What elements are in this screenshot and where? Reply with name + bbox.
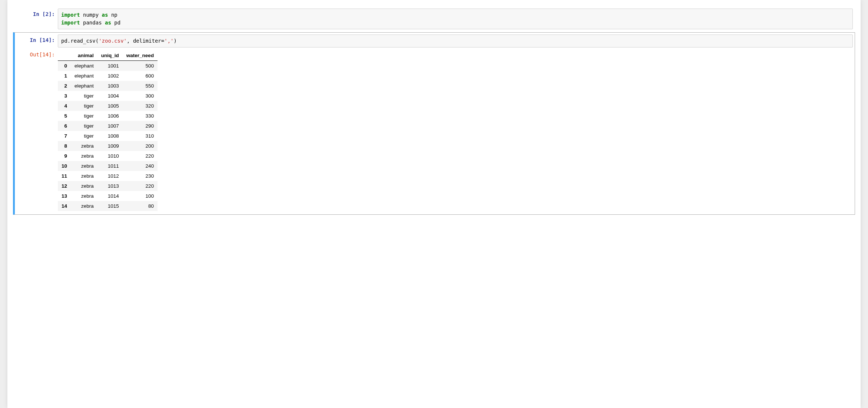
code-cell-1[interactable]: In [2]: import numpy as np import pandas… (13, 6, 855, 32)
df-row-index: 5 (58, 111, 71, 121)
df-row-index: 11 (58, 171, 71, 181)
output-area-2: animaluniq_idwater_need 0elephant1001500… (58, 49, 853, 213)
df-cell: 330 (123, 111, 158, 121)
df-cell: 1001 (97, 61, 123, 71)
df-cell: 1003 (97, 81, 123, 91)
df-cell: tiger (71, 131, 97, 141)
df-cell: elephant (71, 61, 97, 71)
df-cell: 1004 (97, 91, 123, 101)
df-cell: 230 (123, 171, 158, 181)
df-cell: 80 (123, 201, 158, 211)
df-cell: elephant (71, 71, 97, 81)
table-row: 12zebra1013220 (58, 181, 158, 191)
table-row: 1elephant1002600 (58, 71, 158, 81)
input-prompt-1: In [2]: (15, 9, 58, 18)
df-cell: 310 (123, 131, 158, 141)
df-cell: zebra (71, 171, 97, 181)
df-column-header: animal (71, 50, 97, 61)
code-input-1[interactable]: import numpy as np import pandas as pd (58, 9, 853, 29)
table-row: 9zebra1010220 (58, 151, 158, 161)
df-cell: 290 (123, 121, 158, 131)
df-row-index: 12 (58, 181, 71, 191)
df-cell: 500 (123, 61, 158, 71)
df-cell: 1013 (97, 181, 123, 191)
df-cell: 240 (123, 161, 158, 171)
df-row-index: 7 (58, 131, 71, 141)
df-row-index: 14 (58, 201, 71, 211)
table-row: 8zebra1009200 (58, 141, 158, 151)
df-cell: 1007 (97, 121, 123, 131)
table-row: 6tiger1007290 (58, 121, 158, 131)
df-cell: zebra (71, 151, 97, 161)
df-column-header: uniq_id (97, 50, 123, 61)
df-row-index: 0 (58, 61, 71, 71)
df-cell: 300 (123, 91, 158, 101)
df-cell: 1010 (97, 151, 123, 161)
df-cell: 550 (123, 81, 158, 91)
table-row: 2elephant1003550 (58, 81, 158, 91)
df-row-index: 9 (58, 151, 71, 161)
code-cell-2[interactable]: In [14]: pd.read_csv('zoo.csv', delimite… (13, 32, 855, 215)
df-cell: zebra (71, 201, 97, 211)
table-row: 14zebra101580 (58, 201, 158, 211)
output-prompt-2: Out[14]: (15, 49, 58, 59)
df-row-index: 2 (58, 81, 71, 91)
table-row: 4tiger1005320 (58, 101, 158, 111)
df-cell: tiger (71, 91, 97, 101)
input-prompt-2: In [14]: (15, 34, 58, 44)
df-cell: 320 (123, 101, 158, 111)
df-cell: zebra (71, 191, 97, 201)
table-row: 13zebra1014100 (58, 191, 158, 201)
df-row-index: 3 (58, 91, 71, 101)
df-cell: 1006 (97, 111, 123, 121)
df-cell: elephant (71, 81, 97, 91)
df-cell: tiger (71, 111, 97, 121)
df-cell: 220 (123, 151, 158, 161)
df-cell: 1015 (97, 201, 123, 211)
df-cell: 1005 (97, 101, 123, 111)
table-row: 5tiger1006330 (58, 111, 158, 121)
df-cell: zebra (71, 141, 97, 151)
df-cell: 100 (123, 191, 158, 201)
df-cell: 200 (123, 141, 158, 151)
df-row-index: 8 (58, 141, 71, 151)
df-cell: 1009 (97, 141, 123, 151)
df-cell: 1002 (97, 71, 123, 81)
df-cell: 600 (123, 71, 158, 81)
df-index-header (58, 50, 71, 61)
df-cell: tiger (71, 101, 97, 111)
df-cell: zebra (71, 181, 97, 191)
df-cell: 1014 (97, 191, 123, 201)
df-row-index: 10 (58, 161, 71, 171)
table-row: 10zebra1011240 (58, 161, 158, 171)
code-input-2[interactable]: pd.read_csv('zoo.csv', delimiter=',') (58, 34, 853, 47)
df-cell: 1011 (97, 161, 123, 171)
table-row: 7tiger1008310 (58, 131, 158, 141)
df-column-header: water_need (123, 50, 158, 61)
table-row: 3tiger1004300 (58, 91, 158, 101)
df-cell: zebra (71, 161, 97, 171)
df-cell: 1008 (97, 131, 123, 141)
df-row-index: 6 (58, 121, 71, 131)
notebook-container: In [2]: import numpy as np import pandas… (7, 0, 861, 408)
df-row-index: 1 (58, 71, 71, 81)
table-row: 0elephant1001500 (58, 61, 158, 71)
df-cell: 1012 (97, 171, 123, 181)
df-row-index: 4 (58, 101, 71, 111)
df-cell: 220 (123, 181, 158, 191)
table-row: 11zebra1012230 (58, 171, 158, 181)
df-row-index: 13 (58, 191, 71, 201)
dataframe-table: animaluniq_idwater_need 0elephant1001500… (58, 50, 158, 211)
df-cell: tiger (71, 121, 97, 131)
